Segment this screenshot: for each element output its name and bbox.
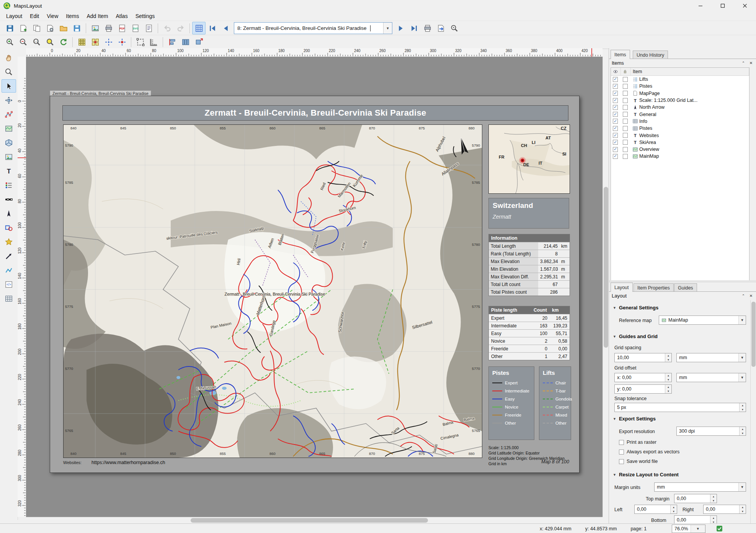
zoom-actual-button[interactable]: 1:1 xyxy=(30,36,43,48)
group-general-settings[interactable]: ▼General Settings xyxy=(613,305,658,311)
visibility-checkbox[interactable] xyxy=(613,84,618,89)
bottom-margin-spin[interactable]: 0,00 ▲▼ xyxy=(674,515,717,523)
atlas-first-feature-button[interactable] xyxy=(206,22,219,34)
menu-items[interactable]: Items xyxy=(62,12,83,20)
margin-units-combo[interactable]: mm▼ xyxy=(654,482,746,492)
export-resolution-spin[interactable]: 300 dpi ▲▼ xyxy=(676,427,746,436)
panel-scrollbar[interactable] xyxy=(750,300,756,523)
snap-to-guides-toggle[interactable] xyxy=(115,36,129,48)
add-marker-tool[interactable] xyxy=(2,235,16,249)
panel-float-icon[interactable]: ⌃ xyxy=(741,293,746,299)
add-north-arrow-tool[interactable] xyxy=(2,207,16,220)
visibility-checkbox[interactable] xyxy=(613,140,618,145)
items-tree-row[interactable]: Pistes xyxy=(611,83,749,90)
visibility-checkbox[interactable] xyxy=(613,147,618,152)
show-rulers-toggle[interactable] xyxy=(147,36,160,48)
checkbox-print-as-raster[interactable]: Print as raster xyxy=(619,440,656,445)
region-label-item[interactable]: Switzerland Zermatt xyxy=(488,198,569,229)
distribute-items-button[interactable] xyxy=(179,36,192,48)
reference-map-combo[interactable]: MainMap ▼ xyxy=(659,316,746,325)
print-atlas-button[interactable] xyxy=(421,22,434,34)
piste-length-table-item[interactable]: Piste lengthCountkm Expert2016,45Interme… xyxy=(488,306,570,360)
grid-offset-x-spin[interactable]: x: 0,00 ▲▼ xyxy=(614,373,672,382)
zoom-level-combo[interactable]: 76.0%▼ xyxy=(672,525,705,533)
refresh-view-button[interactable] xyxy=(57,36,70,48)
items-tree-row[interactable]: Overview xyxy=(611,146,749,153)
visibility-checkbox[interactable] xyxy=(613,112,618,117)
export-report-button[interactable] xyxy=(142,22,155,34)
show-guides-toggle[interactable] xyxy=(102,36,115,48)
visibility-checkbox[interactable] xyxy=(613,154,618,159)
title-label-item[interactable]: Zermatt - Breuil-Cervinia, Breuil-Cervin… xyxy=(62,105,568,121)
items-tree-row[interactable]: MainMap xyxy=(611,153,749,160)
save-as-template-button[interactable] xyxy=(70,22,83,34)
menu-view[interactable]: View xyxy=(43,12,62,20)
tab-undo-history[interactable]: Undo History xyxy=(633,51,668,59)
canvas-horizontal-scrollbar[interactable] xyxy=(26,517,603,524)
visibility-checkbox[interactable] xyxy=(613,119,618,124)
add-label-tool[interactable]: T xyxy=(2,164,16,178)
checkbox-always-export-as-vectors[interactable]: Always export as vectors xyxy=(619,449,679,455)
show-bounding-boxes-toggle[interactable] xyxy=(134,36,147,48)
items-tree-row[interactable]: Lifts xyxy=(611,76,749,83)
layout-canvas[interactable]: Zermatt - Breuil-Cervinia, Breuil-Cervin… xyxy=(26,57,603,517)
atlas-last-feature-button[interactable] xyxy=(407,22,421,34)
group-guides-and-grid[interactable]: ▼Guides and Grid xyxy=(613,334,658,339)
add-html-tool[interactable]: </> xyxy=(2,278,16,291)
items-tree-row[interactable]: Pistes xyxy=(611,125,749,132)
grid-spacing-unit-combo[interactable]: mm▼ xyxy=(676,353,746,362)
menu-settings[interactable]: Settings xyxy=(132,12,159,20)
export-atlas-button[interactable] xyxy=(434,22,447,34)
tab-layout[interactable]: Layout xyxy=(611,283,633,292)
visibility-checkbox[interactable] xyxy=(613,91,618,96)
lock-checkbox[interactable] xyxy=(623,147,628,152)
atlas-previous-feature-button[interactable] xyxy=(219,22,232,34)
visibility-checkbox[interactable] xyxy=(613,77,618,82)
items-tree-row[interactable]: TWebsites xyxy=(611,132,749,139)
vertical-ruler[interactable]: 0204060801001201401601802002202402602803… xyxy=(18,57,26,517)
top-margin-spin[interactable]: 0,00 ▲▼ xyxy=(674,494,717,503)
right-margin-spin[interactable]: 0,00 ▲▼ xyxy=(703,505,746,514)
zoom-tool[interactable] xyxy=(2,65,16,78)
lock-checkbox[interactable] xyxy=(623,140,628,145)
export-as-svg-button[interactable]: SVG xyxy=(129,22,142,34)
lock-checkbox[interactable] xyxy=(623,119,628,124)
menu-layout[interactable]: Layout xyxy=(2,12,26,20)
panel-float-icon[interactable]: ⌃ xyxy=(741,60,746,66)
layout-manager-button[interactable] xyxy=(43,22,57,34)
minimize-button[interactable] xyxy=(689,0,712,11)
lock-checkbox[interactable] xyxy=(623,77,628,82)
maximize-button[interactable] xyxy=(712,0,734,11)
lock-checkbox[interactable] xyxy=(623,126,628,131)
information-table-item[interactable]: Information Total Length214,45kmRank (To… xyxy=(488,234,570,296)
lock-checkbox[interactable] xyxy=(623,154,628,159)
left-margin-spin[interactable]: 0,00 ▲▼ xyxy=(634,505,677,514)
group-resize-layout[interactable]: ▼Resize Layout to Content xyxy=(613,472,679,477)
visibility-checkbox[interactable] xyxy=(613,126,618,131)
items-tree-row[interactable]: North Arrow xyxy=(611,104,749,111)
add-scalebar-tool[interactable] xyxy=(2,193,16,206)
add-map-tool[interactable] xyxy=(2,122,16,135)
grid-offset-unit-combo[interactable]: mm▼ xyxy=(676,373,746,382)
select-move-item-tool[interactable] xyxy=(2,79,16,93)
lifts-legend-item[interactable]: Lifts ChairT-barGondolaCarpetMixedOther xyxy=(539,366,571,440)
group-export-settings[interactable]: ▼Export Settings xyxy=(613,416,656,422)
menu-add-item[interactable]: Add Item xyxy=(83,12,112,20)
export-as-pdf-button[interactable]: PDF xyxy=(115,22,129,34)
redo-button[interactable] xyxy=(174,22,187,34)
checkbox-save-world-file[interactable]: Save world file xyxy=(619,459,658,464)
add-arrow-tool[interactable] xyxy=(2,249,16,263)
atlas-next-feature-button[interactable] xyxy=(394,22,407,34)
pistes-legend-item[interactable]: Pistes ExpertIntermediateEasyNoviceFreer… xyxy=(488,366,534,440)
move-item-content-tool[interactable] xyxy=(2,93,16,107)
items-tree-row[interactable]: Info xyxy=(611,118,749,125)
menu-atlas[interactable]: Atlas xyxy=(112,12,132,20)
lock-checkbox[interactable] xyxy=(623,84,628,89)
save-project-button[interactable] xyxy=(3,22,16,34)
canvas-vertical-scrollbar[interactable] xyxy=(603,57,609,517)
items-tree[interactable]: Item LiftsPistesMapPageTScale: 1:125.000… xyxy=(611,67,749,281)
atlas-feature-combo[interactable]: 8: Zermatt - Breuil-Cervinia, Breuil-Cer… xyxy=(234,22,392,34)
menu-edit[interactable]: Edit xyxy=(26,12,43,20)
panel-close-icon[interactable]: ✕ xyxy=(748,293,754,299)
zoom-full-button[interactable] xyxy=(43,36,57,48)
